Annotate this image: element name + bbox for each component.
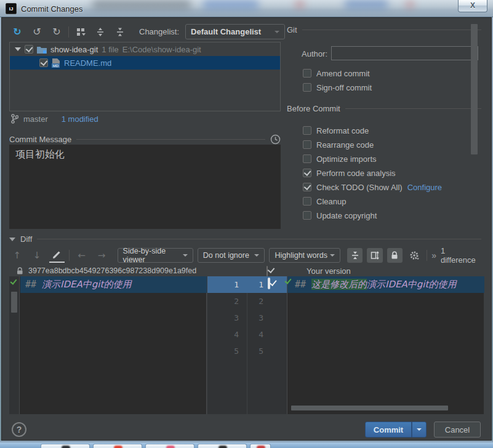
ignore-mode-value: Do not ignore: [203, 251, 249, 260]
diff-header-checkbox[interactable]: [267, 266, 268, 276]
include-change-checkbox[interactable]: [268, 278, 270, 289]
tree-row-root[interactable]: show-idea-git 1 file E:\Code\show-idea-g…: [10, 42, 280, 56]
refresh-button[interactable]: ↻: [49, 25, 65, 39]
prev-difference-button[interactable]: ↑: [9, 248, 25, 263]
viewer-mode-combobox[interactable]: Side-by-side viewer: [118, 248, 193, 263]
titlebar-glass-blob: [92, 0, 191, 9]
diff-collapse-icon[interactable]: [9, 238, 15, 241]
cleanup-checkbox[interactable]: [303, 197, 311, 206]
changelist-combobox[interactable]: Default Changelist: [185, 24, 285, 39]
forward-button[interactable]: →: [94, 248, 109, 263]
chevron-down-icon: [417, 428, 422, 431]
right-version-title: Your version: [307, 266, 351, 276]
changelist-value: Default Changelist: [191, 27, 261, 36]
ignore-mode-combobox[interactable]: Do not ignore: [198, 248, 265, 263]
left-pane-scrollbar[interactable]: [11, 292, 17, 313]
history-clock-icon[interactable]: [270, 134, 281, 145]
taskbar-app-button[interactable]: [93, 444, 142, 448]
diff-settings-button[interactable]: [407, 248, 422, 263]
pencil-icon: [52, 250, 61, 259]
analysis-checkbox[interactable]: [303, 169, 311, 177]
diff-right-line-1[interactable]: ## 这是修改后的演示IDEA中git的使用: [287, 276, 484, 293]
configure-link[interactable]: Configure: [407, 183, 442, 192]
taskbar-app-button[interactable]: [41, 444, 90, 448]
chevron-down-icon: [275, 31, 279, 33]
amend-label: Amend commit: [316, 69, 370, 78]
titlebar[interactable]: IJ Commit Changes X: [0, 0, 493, 17]
commit-message-editor[interactable]: 项目初始化: [9, 145, 281, 229]
titlebar-glass-blob: [406, 1, 414, 7]
refresh-blue-icon: ↻: [13, 26, 21, 38]
tree-row-file[interactable]: MD README.md: [10, 56, 280, 70]
close-button[interactable]: X: [458, 0, 487, 12]
option-label: Check TODO (Show All): [316, 183, 403, 192]
option-cleanup[interactable]: Cleanup: [303, 196, 346, 207]
expand-all-button[interactable]: [92, 25, 108, 39]
before-commit-header: Before Commit: [287, 104, 481, 113]
right-pane-hscrollbar[interactable]: [291, 406, 448, 410]
read-only-lock-button[interactable]: [387, 248, 403, 263]
refresh-changes-button[interactable]: ↻: [9, 25, 25, 39]
highlight-mode-combobox[interactable]: Highlight words: [269, 248, 340, 263]
dialog-body: ↻ ↺ ↻: [1, 17, 492, 441]
chevron-down-icon: [254, 254, 259, 257]
next-difference-button[interactable]: ↓: [29, 248, 44, 263]
todo-checkbox[interactable]: [303, 183, 311, 191]
signoff-commit-option[interactable]: Sign-off commit: [303, 82, 372, 93]
reformat-checkbox[interactable]: [303, 126, 311, 135]
commit-message-label: Commit Message: [9, 135, 71, 144]
rollback-button[interactable]: ↺: [29, 25, 45, 39]
expander-icon[interactable]: [15, 47, 21, 51]
taskbar-app-button[interactable]: [198, 444, 247, 448]
highlight-mode-value: Highlight words: [275, 251, 327, 260]
amend-checkbox[interactable]: [303, 69, 311, 78]
collapse-unchanged-icon: [351, 251, 359, 260]
option-update-copyright[interactable]: Update copyright: [303, 210, 377, 221]
md-marker: ##: [295, 279, 306, 290]
right-line-number: 1: [184, 280, 263, 289]
edit-source-button[interactable]: [49, 248, 65, 263]
chevron-double-icon[interactable]: »: [431, 250, 436, 260]
collapse-unchanged-button[interactable]: [347, 248, 363, 263]
signoff-checkbox[interactable]: [303, 83, 311, 92]
right-panel-scrollbar[interactable]: [471, 24, 478, 154]
option-reformat-code[interactable]: Reformat code: [303, 125, 369, 136]
sync-scroll-icon: [371, 251, 379, 260]
gear-icon: [409, 250, 420, 260]
collapse-all-button[interactable]: [112, 25, 128, 39]
taskbar-app-button[interactable]: [145, 444, 194, 448]
copyright-checkbox[interactable]: [303, 211, 311, 220]
inserted-text: 这是修改后的: [311, 279, 367, 290]
commit-message-header: Commit Message: [9, 134, 281, 145]
lock-icon: [17, 267, 23, 275]
option-code-analysis[interactable]: Perform code analysis: [303, 167, 396, 178]
author-field[interactable]: [331, 46, 478, 60]
help-button[interactable]: ?: [12, 422, 26, 437]
root-checkbox[interactable]: [25, 45, 33, 54]
group-by-button[interactable]: [73, 25, 89, 39]
amend-commit-option[interactable]: Amend commit: [303, 68, 370, 79]
commit-dropdown-button[interactable]: [412, 422, 427, 438]
commit-button[interactable]: Commit: [365, 422, 412, 438]
modified-count-link[interactable]: 1 modified: [62, 114, 98, 124]
option-rearrange-code[interactable]: Rearrange code: [303, 139, 374, 150]
rearrange-checkbox[interactable]: [303, 140, 311, 149]
option-check-todo[interactable]: Check TODO (Show All) Configure: [303, 182, 442, 193]
diff-section-header: Diff: [9, 234, 481, 244]
root-file-count: 1 file: [102, 45, 118, 54]
optimize-checkbox[interactable]: [303, 154, 311, 163]
windows-taskbar: [0, 442, 493, 448]
taskbar-app-button[interactable]: [250, 444, 271, 448]
file-checkbox[interactable]: [39, 58, 48, 67]
option-optimize-imports[interactable]: Optimize imports: [303, 153, 377, 164]
git-section-title: Git: [287, 25, 297, 34]
section-divider: [37, 239, 481, 239]
diff-right-pane[interactable]: ## 这是修改后的演示IDEA中git的使用: [287, 276, 484, 414]
titlebar-glass-blob: [295, 1, 304, 7]
section-divider: [302, 30, 481, 30]
difference-count: 1 difference: [441, 246, 481, 265]
cancel-button[interactable]: Cancel: [434, 422, 481, 438]
synchronize-scrolling-button[interactable]: [367, 248, 382, 263]
chevron-down-icon: [330, 254, 335, 257]
back-button[interactable]: ←: [74, 248, 89, 263]
